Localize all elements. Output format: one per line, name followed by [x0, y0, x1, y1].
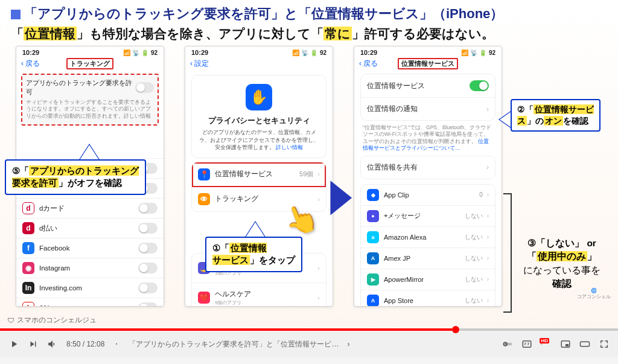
chapter-title[interactable]: 「アプリからのトラッキング要求を許可」と「位置情報サービ… — [129, 339, 339, 350]
app-name: Instagram — [39, 264, 70, 272]
app-toggle[interactable] — [138, 283, 158, 293]
app-toggle[interactable] — [138, 203, 158, 214]
chapter-chevron[interactable]: › — [347, 340, 349, 348]
app-icon: ◉ — [22, 262, 34, 274]
callout-5: ⑤「アプリからのトラッキング要求を許可」がオフを確認 — [5, 159, 146, 195]
callout-3: ③「しない」 or 「使用中のみ」 になっている事を 確認 — [514, 237, 610, 291]
nav-title: トラッキング — [66, 58, 113, 69]
highlight: 常に — [323, 27, 352, 40]
slide: 「アプリからのトラッキング要求を許可」と「位置情報サービス」（iPhone） 「… — [0, 0, 618, 329]
big-arrow-icon: ▶ — [331, 170, 351, 219]
phone-location-screen: 10:29 📶 📡 🔋92 ‹ 戻る 位置情報サービス 位置情報サービス 位置情… — [354, 46, 502, 307]
fine-text: ティビティをトラッキングすることを要求できるようになります。オフにすると、すべて… — [26, 99, 154, 120]
privacy-card: ✋ プライバシーとセキュリティ どのアプリがあなたのデータ、位置情報、カメラ、お… — [191, 75, 327, 158]
app-name: Investing.com — [39, 284, 82, 292]
callout-2: ②「位置情報サービス」のオンを確認 — [511, 99, 600, 132]
callout-tail — [500, 111, 512, 128]
location-toggle-on[interactable] — [470, 80, 489, 91]
chevron-right-icon: › — [486, 163, 489, 171]
nav-title: 位置情報サービス — [398, 58, 458, 69]
callout-1: ①「位置情報サービス」をタップ — [205, 237, 302, 272]
app-name: d払い — [39, 224, 57, 233]
settings-row[interactable]: 📍位置情報サービス59個 › — [192, 162, 326, 187]
miniplayer-button[interactable] — [560, 339, 571, 350]
bracket-icon — [503, 193, 512, 313]
app-toggle[interactable] — [138, 263, 158, 273]
svg-rect-2 — [523, 341, 531, 348]
app-icon: ◆ — [367, 189, 379, 201]
location-alerts-row[interactable]: 位置情報の通知 › — [361, 98, 495, 120]
back-button[interactable]: ‹ 戻る — [359, 59, 378, 69]
nav-bar: ‹ 戻る 位置情報サービス — [354, 57, 502, 71]
location-app-row[interactable]: ▶ApowerMirrorしない › — [361, 269, 495, 290]
app-toggle[interactable] — [138, 302, 158, 307]
nav-bar: ‹ 設定 — [185, 57, 333, 71]
svg-rect-5 — [581, 342, 590, 346]
slide-heading: 「アプリからのトラッキング要求を許可」と「位置情報サービス」（iPhone） — [0, 0, 618, 25]
location-app-row[interactable]: AApp Storeしない › — [361, 290, 495, 307]
status-time: 10:29 — [191, 49, 208, 56]
tracking-toggle[interactable] — [135, 82, 154, 93]
captions-button[interactable] — [521, 339, 532, 350]
app-icon: ● — [367, 210, 379, 222]
row-icon: ❤️ — [198, 292, 210, 304]
app-toggle[interactable] — [138, 243, 158, 254]
hd-badge: HD — [540, 338, 549, 343]
video-controls: 8:50 / 12:08 ・ 「アプリからのトラッキング要求を許可」と「位置情報… — [0, 331, 618, 357]
settings-button[interactable]: HD — [541, 339, 552, 350]
back-button[interactable]: ‹ 設定 — [190, 59, 209, 69]
time-display: 8:50 / 12:08 — [66, 340, 104, 348]
app-icon: d — [22, 222, 34, 234]
heading-main: 「アプリからのトラッキング要求を許可」と「位置情報サービス」 — [24, 6, 433, 21]
app-name: Facebook — [39, 244, 70, 252]
play-button[interactable] — [8, 339, 19, 350]
location-apps-list: ◆App Clip0 ›●+メッセージしない ›aAmazon Alexaしない… — [360, 184, 495, 307]
row-icon: 👁 — [198, 193, 210, 205]
settings-row[interactable]: ❤️ヘルスケア5個のアプリ › — [192, 283, 326, 307]
highlight: 位置情報 — [24, 27, 77, 40]
theater-button[interactable] — [579, 339, 590, 350]
location-services-row[interactable]: 位置情報サービス — [361, 74, 495, 98]
svg-rect-4 — [565, 344, 569, 346]
share-location-list: 位置情報を共有 › — [360, 156, 495, 179]
status-bar: 10:29 📶 📡 🔋92 — [16, 46, 164, 57]
app-name: dカード — [39, 204, 65, 213]
app-icon: d — [22, 202, 34, 214]
status-bar: 10:29 📶 📡 🔋92 — [185, 46, 333, 57]
card-title: プライバシーとセキュリティ — [198, 115, 320, 126]
fullscreen-button[interactable] — [599, 339, 610, 350]
logo: 🌀コアコンシェル — [577, 288, 611, 300]
status-time: 10:29 — [360, 49, 377, 56]
location-finetext: "位置情報サービス"では、GPS、Bluetooth、クラウドソースのWi-Fi… — [354, 124, 502, 152]
app-row[interactable]: InInvesting.com — [16, 278, 164, 298]
bullet-square — [11, 10, 21, 19]
next-button[interactable] — [28, 339, 39, 350]
nav-bar: ‹ 戻る トラッキング — [16, 57, 164, 71]
location-master-list: 位置情報サービス 位置情報の通知 › — [360, 74, 495, 121]
app-row[interactable]: dd払い — [16, 218, 164, 238]
back-button[interactable]: ‹ 戻る — [21, 59, 40, 69]
app-row[interactable]: fFacebook — [16, 238, 164, 258]
autoplay-toggle[interactable] — [502, 339, 513, 350]
location-app-row[interactable]: ◆App Clip0 › — [361, 185, 495, 206]
app-icon: ▶ — [367, 273, 379, 286]
app-name: JAL — [39, 304, 51, 307]
app-icon: f — [22, 242, 34, 254]
app-icon: In — [22, 282, 34, 294]
share-location-row[interactable]: 位置情報を共有 › — [361, 156, 495, 179]
app-row[interactable]: ✈JAL — [16, 298, 164, 307]
app-toggle[interactable] — [138, 223, 158, 234]
location-app-row[interactable]: AAmex JPしない › — [361, 248, 495, 269]
location-app-row[interactable]: ●+メッセージしない › — [361, 206, 495, 227]
slide-subheading: 「位置情報」も特別な場合を除き、アプリに対して「常に」許可する必要はない。 — [0, 25, 618, 46]
app-row[interactable]: ◉Instagram — [16, 258, 164, 278]
volume-button[interactable] — [47, 339, 58, 350]
status-time: 10:29 — [22, 49, 39, 56]
app-icon: A — [367, 295, 379, 307]
status-bar: 10:29 📶 📡 🔋92 — [354, 46, 502, 57]
chevron-right-icon: › — [486, 105, 489, 113]
app-row[interactable]: ddカード — [16, 198, 164, 218]
location-app-row[interactable]: aAmazon Alexaしない › — [361, 227, 495, 248]
heading-suffix: （iPhone） — [433, 6, 503, 21]
row-icon: 📍 — [198, 168, 210, 180]
